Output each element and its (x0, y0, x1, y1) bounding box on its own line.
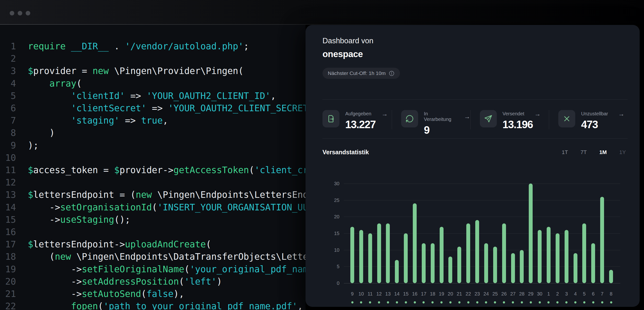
stat-body: Aufgegeben→13.227 (345, 110, 388, 131)
gridline (344, 267, 620, 267)
stat-icon-tile (322, 110, 340, 128)
gridline (344, 183, 620, 184)
window-dot-icon[interactable] (26, 11, 30, 15)
cutoff-badge[interactable]: Nächster Cut-Off: 1h 10m (322, 68, 400, 79)
tab-7t[interactable]: 7T (580, 149, 587, 155)
stat-label-row: Aufgegeben→ (345, 111, 388, 117)
gridline (344, 283, 620, 283)
bar (440, 227, 444, 283)
day-dot-icon (378, 301, 380, 304)
code-line: 13$lettersEndpoint = (new \Pingen\Endpoi… (5, 189, 306, 201)
arrow-right-icon[interactable]: → (382, 112, 388, 116)
bar (457, 247, 461, 283)
code-text: 'staging' => true, (28, 114, 168, 127)
code-text: $lettersEndpoint = (new \Pingen\Endpoint… (28, 189, 306, 201)
day-dot-icon (530, 301, 532, 304)
stat-card-in-verarbeitung[interactable]: In Verarbeitung→9 (392, 110, 470, 129)
info-icon[interactable] (388, 70, 395, 76)
code-text: ->setAutoSend(false), (28, 288, 184, 300)
arrow-right-icon[interactable]: → (618, 112, 624, 116)
code-line: 16 (5, 226, 306, 238)
line-number: 20 (5, 275, 16, 288)
day-dot-icon (494, 301, 496, 304)
code-text: require __DIR__ . '/vendor/autoload.php'… (28, 40, 249, 52)
code-line: 4 array( (5, 77, 306, 90)
arrow-right-icon[interactable]: → (534, 112, 541, 116)
day-dot-icon (405, 301, 407, 304)
dashboard-title-org: onespace (322, 49, 363, 59)
line-number: 9 (5, 139, 16, 152)
day-dot-icon (414, 301, 416, 304)
bar (350, 227, 354, 283)
day-dot-icon (610, 301, 612, 304)
code-line: 10 (5, 152, 306, 164)
code-line: 17$lettersEndpoint->uploadAndCreate( (5, 238, 306, 251)
window-titlebar (0, 0, 644, 24)
tab-1m[interactable]: 1M (600, 149, 607, 155)
bar (475, 220, 479, 283)
y-axis-tick: 30 (328, 181, 340, 186)
line-number: 10 (5, 152, 16, 164)
day-dot-icon (449, 301, 452, 304)
line-number: 18 (5, 251, 16, 263)
stat-card-aufgegeben[interactable]: Aufgegeben→13.227 (322, 110, 392, 129)
stat-body: Versendet→13.196 (502, 110, 541, 131)
day-dot-icon (574, 301, 576, 304)
bar (502, 223, 506, 283)
code-lines: 1require __DIR__ . '/vendor/autoload.php… (0, 25, 306, 310)
code-line: 7 'staging' => true, (5, 114, 306, 127)
code-line: 9); (5, 139, 306, 152)
stat-value: 13.227 (345, 119, 388, 131)
code-text: ->setFileOriginalName('your_original_pdf… (28, 263, 306, 275)
line-number: 5 (5, 90, 16, 102)
code-line: 20 ->setAddressPosition('left') (5, 275, 306, 288)
bar (404, 233, 408, 283)
code-text: ->setAddressPosition('left') (28, 275, 222, 288)
window-dot-icon[interactable] (10, 11, 14, 15)
code-line: 18 (new \Pingen\Endpoints\DataTransferOb… (5, 251, 306, 263)
code-line: 6 'clientSecret' => 'YOUR_OAUTH2_CLIENT_… (5, 102, 306, 114)
code-editor[interactable]: 1require __DIR__ . '/vendor/autoload.php… (0, 25, 306, 310)
line-number: 2 (5, 52, 16, 65)
line-number: 21 (5, 288, 16, 300)
bar (511, 253, 515, 283)
code-text: $access_token = $provider->getAccessToke… (28, 164, 306, 176)
stat-icon-tile (401, 110, 418, 128)
code-text: array( (28, 77, 82, 90)
bar (574, 253, 578, 283)
window-dot-icon[interactable] (18, 11, 22, 15)
code-line: 21 ->setAutoSend(false), (5, 288, 306, 300)
stat-label: Unzustellbar (581, 111, 608, 117)
stat-card-versendet[interactable]: Versendet→13.196 (470, 110, 549, 129)
day-dot-icon (432, 301, 434, 304)
chart-section-title: Versandstatistik (322, 149, 369, 156)
bar (466, 223, 470, 283)
line-number: 8 (5, 127, 16, 139)
stat-value: 9 (424, 124, 470, 136)
code-line: 11$access_token = $provider->getAccessTo… (5, 164, 306, 176)
bar (359, 230, 363, 283)
day-dot-icon (467, 301, 470, 304)
bar (547, 227, 550, 283)
y-axis-tick: 10 (328, 247, 340, 253)
dashboard-title-prefix: Dashboard von (322, 36, 373, 45)
code-line: 5 'clientId' => 'YOUR_OAUTH2_CLIENT_ID', (5, 90, 306, 102)
code-line: 14 ->setOrganisationId('INSERT_YOUR_ORGA… (5, 201, 306, 213)
line-number: 12 (5, 176, 16, 189)
stat-card-unzustellbar[interactable]: Unzustellbar→473 (549, 110, 628, 129)
bar (484, 243, 488, 283)
line-number: 17 (5, 238, 16, 251)
tab-1t[interactable]: 1T (562, 149, 568, 155)
code-line: 3$provider = new \Pingen\Provider\Pingen… (5, 65, 306, 77)
stat-label: In Verarbeitung (424, 111, 454, 122)
tab-1y[interactable]: 1Y (619, 149, 626, 155)
stat-icon-tile (558, 110, 575, 128)
stat-body: Unzustellbar→473 (581, 110, 624, 131)
bar (448, 257, 452, 283)
arrow-right-icon[interactable]: → (464, 114, 470, 119)
bar (493, 247, 497, 283)
code-text: 'clientSecret' => 'YOUR_OAUTH2_CLIENT_SE… (28, 102, 306, 114)
bar (556, 233, 560, 283)
line-number: 1 (5, 40, 16, 52)
code-text: fopen('path_to_your_original_pdf_name.pd… (28, 300, 306, 310)
